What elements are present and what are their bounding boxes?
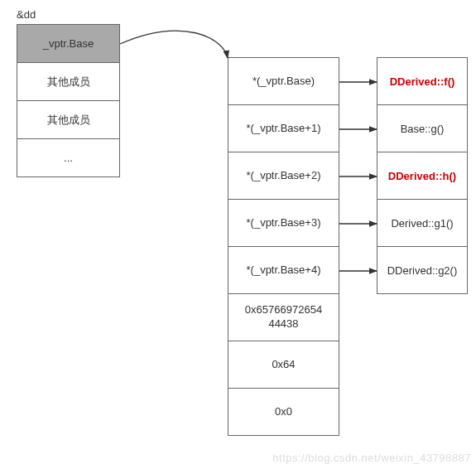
watermark: https://blog.csdn.net/weixin_43798887 xyxy=(272,452,471,464)
function-cell: Base::g() xyxy=(377,104,468,152)
vtable-entry: *(_vptr.Base+1) xyxy=(228,104,339,152)
vtable-entry: *(_vptr.Base) xyxy=(228,57,339,105)
function-label: DDerived::g2() xyxy=(387,264,458,277)
function-label: DDerived::h() xyxy=(388,170,456,182)
function-label: Base::g() xyxy=(401,123,445,135)
vtable: *(_vptr.Base) *(_vptr.Base+1) *(_vptr.Ba… xyxy=(228,58,339,436)
address-label: &dd xyxy=(17,8,36,21)
vtable-entry: *(_vptr.Base+2) xyxy=(228,152,339,200)
function-cell: DDerived::h() xyxy=(377,152,468,200)
function-label: DDerived::f() xyxy=(390,75,455,88)
vtable-extra: 0x64 xyxy=(228,341,339,389)
vtable-entry: *(_vptr.Base+4) xyxy=(228,246,339,294)
vtable-extra: 0x0 xyxy=(228,388,339,436)
function-cell: DDerived::g2() xyxy=(377,246,468,294)
function-cell: DDerived::f() xyxy=(377,57,468,105)
object-ellipsis-cell: ... xyxy=(17,138,120,177)
vtable-entry: *(_vptr.Base+3) xyxy=(228,199,339,247)
vtable-typeinfo: 0x65766972654 44438 xyxy=(228,293,339,341)
function-cell: Derived::g1() xyxy=(377,199,468,247)
vptr-cell: _vptr.Base xyxy=(17,24,120,63)
function-label: Derived::g1() xyxy=(391,217,453,230)
object-memory-table: _vptr.Base 其他成员 其他成员 ... xyxy=(17,25,120,177)
object-member-cell: 其他成员 xyxy=(17,100,120,139)
object-member-cell: 其他成员 xyxy=(17,62,120,101)
function-table: DDerived::f() Base::g() DDerived::h() De… xyxy=(377,58,468,294)
